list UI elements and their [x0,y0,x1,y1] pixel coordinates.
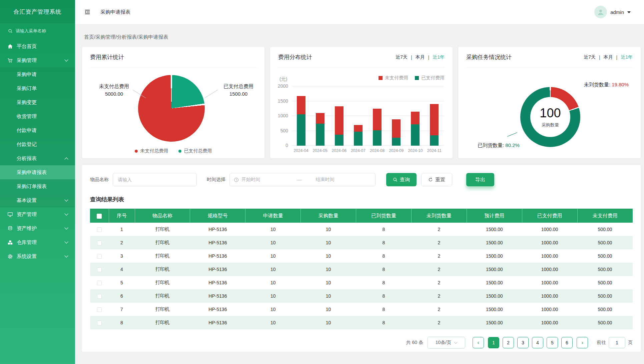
x-tick-label: 2024-04 [291,148,310,153]
clock-icon [234,177,239,182]
page-button-3[interactable]: 3 [517,337,529,348]
legend-item[interactable]: 未支付总费用 [135,148,168,154]
time-filter-option[interactable]: 近1年 [433,54,445,60]
chevron-down-icon [64,240,68,243]
column-header: 采购数量 [301,209,356,223]
sidebar-item[interactable]: 采购申请报表 [0,165,75,179]
table-cell: 10 [245,223,301,236]
row-checkbox[interactable] [97,227,102,232]
row-checkbox[interactable] [97,294,102,299]
time-filter-option[interactable]: 近7天 [396,54,408,60]
legend-label: 已支付总费用 [184,148,212,154]
reset-button[interactable]: 重置 [421,173,452,186]
page-size-select[interactable]: 10条/页 [427,337,465,349]
search-button[interactable]: 查询 [386,173,417,186]
collapse-sidebar-icon[interactable] [84,8,91,16]
table-cell: 500.00 [577,289,633,303]
next-page-button[interactable]: › [577,337,588,348]
search-icon [393,177,398,182]
time-filter-option[interactable]: 近1年 [621,54,633,60]
bar-column[interactable]: 2024-10 [406,86,425,146]
time-filter-option[interactable]: 本月 [416,54,425,60]
sidebar-item[interactable]: 采购管理 [0,53,75,67]
bar-column[interactable]: 2024-06 [330,86,349,146]
select-all-checkbox[interactable] [97,214,102,219]
date-range-picker[interactable]: 开始时间 — 结束时间 [229,173,376,186]
table-cell: 打印机 [135,249,190,263]
table-row: 6打印机HP-51361010821500.001000.00500.00 [90,289,633,303]
page-button-4[interactable]: 4 [532,337,543,348]
column-header: 序号 [109,209,135,223]
pie-chart[interactable] [138,75,205,142]
page-button-6[interactable]: 6 [561,337,573,348]
legend-item[interactable]: 已支付总费用 [178,148,212,154]
legend-marker [379,76,383,80]
sidebar-item[interactable]: 资产管理 [0,207,75,221]
breadcrumb: 首页/采购管理/分析报表/采购申请报表 [84,34,641,40]
prev-page-button[interactable]: ‹ [473,337,484,348]
table-cell: HP-5136 [190,223,245,236]
bar-column[interactable]: 2024-05 [310,86,330,146]
bar-segment-paid [297,114,305,146]
cart-icon [7,58,13,63]
table-row: 5打印机HP-51361010821500.001000.00500.00 [90,276,633,289]
table-cell: 500.00 [577,263,633,276]
sidebar-item[interactable]: 收货管理 [0,109,75,123]
bar-segment-paid [373,130,382,146]
main-area: 采购申请报表 admin 首页/采购管理/分析报表/采购申请报表 费用累计统计 [75,0,644,364]
time-filter-option[interactable]: 本月 [604,54,613,60]
goto-page-input[interactable] [609,337,625,348]
sidebar-item[interactable]: 付款申请 [0,123,75,137]
row-checkbox[interactable] [97,267,102,272]
legend-item[interactable]: 已支付费用 [415,75,445,81]
sidebar-item[interactable]: 平台首页 [0,39,75,53]
item-name-input[interactable] [113,173,197,186]
table-row: 4打印机HP-51361010821500.001000.00500.00 [90,263,633,276]
tab-purchase-request-report[interactable]: 采购申请报表 [100,9,130,15]
sidebar-item[interactable]: 采购订单 [0,81,75,95]
bar-column[interactable]: 2024-04 [291,86,310,146]
card-title: 费用累计统计 [90,53,124,61]
page-button-5[interactable]: 5 [547,337,558,348]
legend-label: 已支付费用 [421,75,445,81]
row-checkbox[interactable] [97,241,102,245]
sidebar-item[interactable]: 采购订单报表 [0,179,75,193]
sidebar-item[interactable]: 系统设置 [0,249,75,263]
undelivered-label: 未到货数量: 19.80% [584,82,629,88]
sidebar-item[interactable]: 资产维护 [0,221,75,235]
row-checkbox[interactable] [97,321,102,325]
sidebar-item-label: 采购申请 [0,71,37,78]
table-cell: 7 [109,303,135,316]
export-button[interactable]: 导出 [466,173,494,186]
bar-column[interactable]: 2024-07 [349,86,368,146]
user-name: admin [610,9,624,15]
table-cell: 500.00 [577,249,633,263]
bar-column[interactable]: 2024-08 [368,86,387,146]
chevron-down-icon [64,212,68,215]
page-button-1[interactable]: 1 [488,337,499,348]
table-row: 2打印机HP-51361010821500.001000.00500.00 [90,236,633,249]
sidebar-item[interactable]: 付款登记 [0,137,75,151]
bar-column[interactable]: 2024-11 [425,86,444,146]
table-cell: 2 [411,276,467,289]
sidebar-item[interactable]: 仓库管理 [0,235,75,249]
legend-item[interactable]: 未支付费用 [379,75,408,81]
sidebar-item[interactable]: 分析报表 [0,151,75,165]
sidebar-item[interactable]: 基本设置 [0,193,75,207]
x-tick-label: 2024-10 [406,148,425,153]
table-row: 3打印机HP-51361010821500.001000.00500.00 [90,249,633,263]
bar-column[interactable]: 2024-09 [387,86,406,146]
sidebar-item[interactable]: 采购变更 [0,95,75,109]
table-cell: HP-5136 [190,316,245,329]
time-filter-option[interactable]: 近7天 [584,54,596,60]
row-checkbox[interactable] [97,281,102,285]
page-button-2[interactable]: 2 [503,337,514,348]
row-checkbox[interactable] [97,254,102,259]
sidebar-item[interactable]: 采购申请 [0,67,75,81]
menu-search-input[interactable]: 请输入菜单名称 [0,23,75,39]
purchase-count-value: 100 [540,106,561,120]
column-header: 规格型号 [190,209,245,223]
row-checkbox[interactable] [97,307,102,312]
user-menu[interactable]: admin [594,6,631,18]
sidebar-item-label: 采购管理 [0,57,37,64]
